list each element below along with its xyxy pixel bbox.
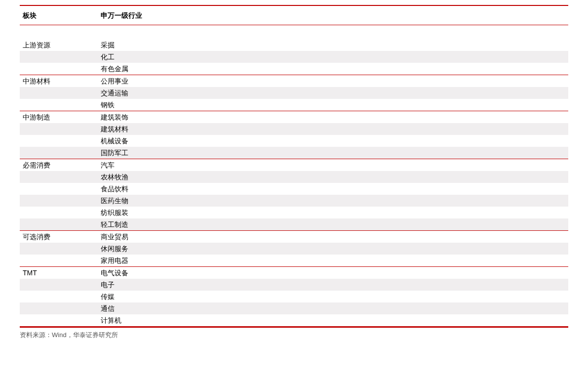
table-row: 通信 bbox=[20, 302, 568, 314]
table-body: 上游资源采掘化工有色金属中游材料公用事业交通运输钢铁中游制造建筑装饰建筑材料机械… bbox=[20, 39, 568, 327]
table-row: 纺织服装 bbox=[20, 207, 568, 218]
group-name-cell: TMT bbox=[20, 267, 99, 279]
group-name-cell bbox=[20, 291, 99, 302]
group-name-cell bbox=[20, 123, 99, 135]
industry-cell: 休闲服务 bbox=[99, 243, 568, 255]
industry-cell: 建筑材料 bbox=[99, 123, 568, 135]
group-name-cell bbox=[20, 314, 99, 326]
industry-cell: 轻工制造 bbox=[99, 218, 568, 230]
industry-cell: 食品饮料 bbox=[99, 183, 568, 195]
group-name-cell bbox=[20, 207, 99, 218]
group-name-cell bbox=[20, 135, 99, 147]
industry-cell: 公用事业 bbox=[99, 75, 568, 87]
industry-cell: 钢铁 bbox=[99, 99, 568, 111]
group-block: 可选消费商业贸易休闲服务家用电器 bbox=[20, 231, 568, 267]
group-name-cell bbox=[20, 87, 99, 99]
subheader-col-group bbox=[20, 25, 99, 39]
group-name-cell bbox=[20, 195, 99, 207]
table-row: 建筑材料 bbox=[20, 123, 568, 135]
table-row: 休闲服务 bbox=[20, 243, 568, 255]
table-row: 钢铁 bbox=[20, 99, 568, 111]
group-name-cell bbox=[20, 63, 99, 75]
group-block: 必需消费汽车农林牧渔食品饮料医药生物纺织服装轻工制造 bbox=[20, 159, 568, 231]
table-row: 食品饮料 bbox=[20, 183, 568, 195]
industry-cell: 机械设备 bbox=[99, 135, 568, 147]
header-col-industry: 申万一级行业 bbox=[99, 6, 568, 25]
group-name-cell bbox=[20, 183, 99, 195]
group-block: 中游制造建筑装饰建筑材料机械设备国防军工 bbox=[20, 111, 568, 159]
industry-cell: 建筑装饰 bbox=[99, 111, 568, 123]
industry-cell: 医药生物 bbox=[99, 195, 568, 207]
group-block: 上游资源采掘化工有色金属 bbox=[20, 39, 568, 75]
industry-cell: 汽车 bbox=[99, 159, 568, 171]
group-name-cell bbox=[20, 279, 99, 291]
industry-cell: 家用电器 bbox=[99, 255, 568, 266]
group-name-cell bbox=[20, 302, 99, 314]
table-row: 医药生物 bbox=[20, 195, 568, 207]
table-row: 家用电器 bbox=[20, 255, 568, 266]
group-name-cell: 可选消费 bbox=[20, 231, 99, 243]
group-name-cell: 中游制造 bbox=[20, 111, 99, 123]
industry-cell: 农林牧渔 bbox=[99, 171, 568, 183]
group-name-cell bbox=[20, 243, 99, 255]
header-col-group: 板块 bbox=[20, 6, 99, 25]
table-row: 机械设备 bbox=[20, 135, 568, 147]
industry-cell: 有色金属 bbox=[99, 63, 568, 75]
industry-cell: 交通运输 bbox=[99, 87, 568, 99]
table-bottom-rule bbox=[20, 327, 568, 328]
group-name-cell: 中游材料 bbox=[20, 75, 99, 87]
industry-cell: 计算机 bbox=[99, 314, 568, 326]
table-header-row: 板块 申万一级行业 bbox=[20, 6, 568, 25]
industry-cell: 通信 bbox=[99, 302, 568, 314]
table-row: 传媒 bbox=[20, 291, 568, 302]
subheader-col-industry bbox=[99, 25, 568, 39]
table-row: 可选消费商业贸易 bbox=[20, 231, 568, 243]
group-name-cell bbox=[20, 51, 99, 63]
table-row: 上游资源采掘 bbox=[20, 39, 568, 51]
group-block: 中游材料公用事业交通运输钢铁 bbox=[20, 75, 568, 111]
table-row: 中游制造建筑装饰 bbox=[20, 111, 568, 123]
table-subheader-row bbox=[20, 25, 568, 39]
table-row: 化工 bbox=[20, 51, 568, 63]
group-name-cell bbox=[20, 218, 99, 230]
table-row: 有色金属 bbox=[20, 63, 568, 75]
table-row: 电子 bbox=[20, 279, 568, 291]
industry-cell: 传媒 bbox=[99, 291, 568, 302]
industry-cell: 电子 bbox=[99, 279, 568, 291]
group-block: TMT电气设备电子传媒通信计算机 bbox=[20, 267, 568, 327]
industry-cell: 采掘 bbox=[99, 39, 568, 51]
industry-mapping-table: 板块 申万一级行业 上游资源采掘化工有色金属中游材料公用事业交通运输钢铁中游制造… bbox=[20, 5, 568, 328]
industry-cell: 商业贸易 bbox=[99, 231, 568, 243]
industry-cell: 纺织服装 bbox=[99, 207, 568, 218]
group-name-cell bbox=[20, 171, 99, 183]
group-name-cell: 上游资源 bbox=[20, 39, 99, 51]
table-row: 计算机 bbox=[20, 314, 568, 326]
data-source-note: 资料来源：Wind，华泰证券研究所 bbox=[20, 331, 588, 340]
group-name-cell bbox=[20, 99, 99, 111]
table-row: 国防军工 bbox=[20, 147, 568, 159]
table-row: 交通运输 bbox=[20, 87, 568, 99]
table-row: 必需消费汽车 bbox=[20, 159, 568, 171]
industry-cell: 化工 bbox=[99, 51, 568, 63]
table-row: 农林牧渔 bbox=[20, 171, 568, 183]
table-row: TMT电气设备 bbox=[20, 267, 568, 279]
group-name-cell: 必需消费 bbox=[20, 159, 99, 171]
table-row: 轻工制造 bbox=[20, 218, 568, 230]
group-name-cell bbox=[20, 147, 99, 159]
group-name-cell bbox=[20, 255, 99, 266]
industry-cell: 国防军工 bbox=[99, 147, 568, 159]
table-row: 中游材料公用事业 bbox=[20, 75, 568, 87]
industry-cell: 电气设备 bbox=[99, 267, 568, 279]
